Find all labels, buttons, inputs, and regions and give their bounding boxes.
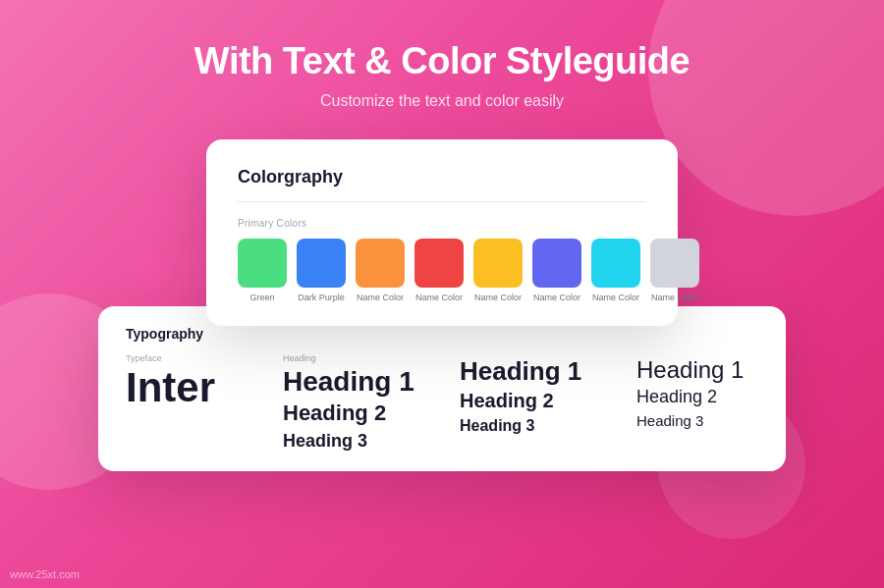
swatch-3 xyxy=(414,239,464,288)
page-header: With Text & Color Styleguide Customize t… xyxy=(0,0,884,110)
swatch-item-0: Green xyxy=(238,239,287,302)
heading2-col1: Heading 2 xyxy=(283,401,452,426)
heading-col-3: Heading 1 Heading 2 Heading 3 xyxy=(636,353,794,453)
typography-title: Typography xyxy=(126,326,758,342)
swatch-item-7: Name Color xyxy=(650,239,699,302)
swatch-label-4: Name Color xyxy=(474,293,522,302)
swatch-0 xyxy=(238,239,287,288)
swatch-label-3: Name Color xyxy=(415,293,463,302)
heading1-col3: Heading 1 xyxy=(636,357,786,383)
colorgraphy-title: Colorgraphy xyxy=(238,167,646,187)
swatch-5 xyxy=(532,239,581,288)
swatch-label-6: Name Color xyxy=(592,293,639,302)
typography-grid: Typeface Inter Heading Heading 1 Heading… xyxy=(126,353,758,453)
heading2-col3: Heading 2 xyxy=(636,387,786,408)
typeface-column: Typeface Inter xyxy=(126,353,283,453)
swatch-item-3: Name Color xyxy=(414,239,464,302)
swatch-1 xyxy=(297,239,346,288)
heading3-col1: Heading 3 xyxy=(283,431,452,453)
main-title: With Text & Color Styleguide xyxy=(0,39,884,84)
colorgraphy-card: Colorgraphy Primary Colors GreenDark Pur… xyxy=(206,139,678,326)
swatch-6 xyxy=(591,239,640,288)
swatch-item-1: Dark Purple xyxy=(297,239,346,302)
cards-area: Colorgraphy Primary Colors GreenDark Pur… xyxy=(0,139,884,472)
watermark: www.25xt.com xyxy=(10,568,80,580)
color-swatches: GreenDark PurpleName ColorName ColorName… xyxy=(238,239,646,302)
primary-colors-label: Primary Colors xyxy=(238,218,646,229)
heading1-col1: Heading 1 xyxy=(283,367,452,398)
heading-label-1: Heading xyxy=(283,353,452,363)
subtitle: Customize the text and color easily xyxy=(0,92,884,110)
swatch-item-5: Name Color xyxy=(532,239,581,302)
swatch-item-6: Name Color xyxy=(591,239,640,302)
swatch-2 xyxy=(356,239,405,288)
typeface-name: Inter xyxy=(126,367,275,408)
swatch-label-7: Name Color xyxy=(651,293,698,302)
swatch-label-0: Green xyxy=(249,293,274,302)
swatch-item-4: Name Color xyxy=(473,239,523,302)
heading3-col2: Heading 3 xyxy=(460,416,629,435)
card-divider xyxy=(238,201,646,202)
heading1-col2: Heading 1 xyxy=(460,357,629,386)
heading3-col3: Heading 3 xyxy=(636,412,786,430)
heading2-col2: Heading 2 xyxy=(460,389,629,412)
swatch-label-2: Name Color xyxy=(357,293,404,302)
swatch-label-5: Name Color xyxy=(533,293,580,302)
swatch-7 xyxy=(650,239,699,288)
typeface-label: Typeface xyxy=(126,353,275,363)
typography-card: Typography Typeface Inter Heading Headin… xyxy=(98,306,786,472)
swatch-label-1: Dark Purple xyxy=(298,293,345,302)
heading-col-2: Heading 1 Heading 2 Heading 3 xyxy=(460,353,636,453)
heading-col-1: Heading Heading 1 Heading 2 Heading 3 xyxy=(283,353,460,453)
swatch-4 xyxy=(473,239,523,288)
swatch-item-2: Name Color xyxy=(356,239,405,302)
